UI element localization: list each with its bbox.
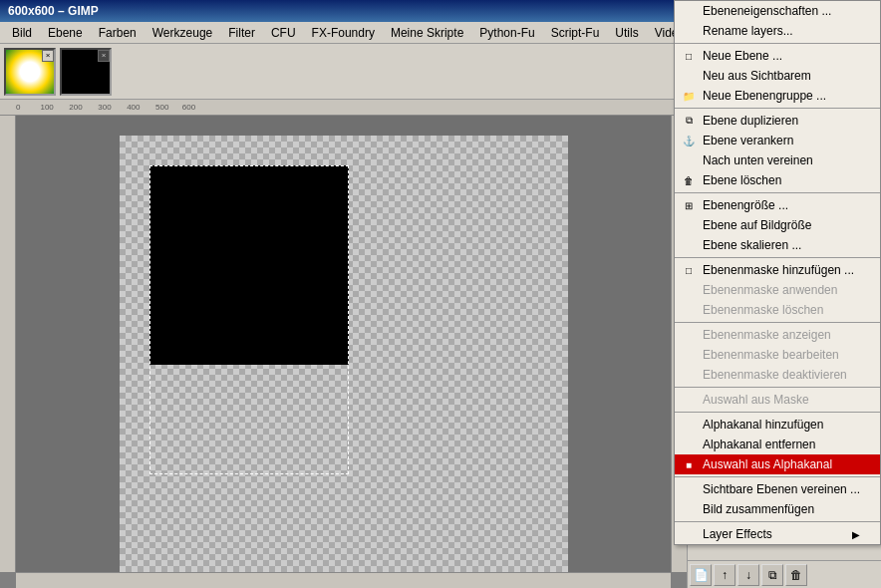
ctx-ebene-loeschen[interactable]: 🗑 Ebene löschen — [675, 170, 880, 190]
ctx-ebenengroesse[interactable]: ⊞ Ebenengröße ... — [675, 195, 880, 215]
black-rectangle — [149, 165, 349, 365]
ctx-neu-aus-sichtbarem[interactable]: Neu aus Sichtbarem — [675, 66, 880, 86]
delete-layer-button[interactable]: 🗑 — [785, 564, 807, 586]
ctx-nach-unten-vereinen[interactable]: Nach unten vereinen — [675, 150, 880, 170]
ctx-neue-ebene[interactable]: □ Neue Ebene ... — [675, 46, 880, 66]
ctx-rename-layers[interactable]: Rename layers... — [675, 21, 880, 41]
preview-close-black[interactable]: × — [98, 50, 110, 62]
ctx-ebene-skalieren[interactable]: Ebene skalieren ... — [675, 235, 880, 255]
menu-python-fu[interactable]: Python-Fu — [471, 24, 542, 42]
ruler-horizontal: 0 100 200 300 400 500 600 — [0, 100, 687, 116]
ctx-ebenenmaske-hinzufuegen[interactable]: □ Ebenenmaske hinzufügen ... — [675, 260, 880, 280]
menu-utils[interactable]: Utils — [607, 24, 646, 42]
canvas-area: 0 100 200 300 400 500 600 — [0, 100, 687, 588]
ctx-ebenenmaske-anzeigen: Ebenenmaske anzeigen — [675, 325, 880, 345]
ctx-sep-1 — [675, 43, 880, 44]
ctx-ebene-duplizieren[interactable]: ⧉ Ebene duplizieren — [675, 111, 880, 131]
ctx-ebene-verankern[interactable]: ⚓ Ebene verankern — [675, 131, 880, 150]
context-menu: Ebeneneigenschaften ... Rename layers...… — [674, 0, 881, 545]
menu-meine-skripte[interactable]: Meine Skripte — [383, 24, 471, 42]
ctx-sep-8 — [675, 476, 880, 477]
menu-script-fu[interactable]: Script-Fu — [543, 24, 608, 42]
ctx-layer-effects[interactable]: Layer Effects ▶ — [675, 524, 880, 544]
image-preview-flower: × — [4, 48, 56, 96]
menu-filter[interactable]: Filter — [220, 24, 263, 42]
ctx-auswahl-aus-alphakanal[interactable]: ■ Auswahl aus Alphakanal — [675, 454, 880, 474]
scrollbar-horizontal[interactable] — [16, 572, 671, 588]
ruler-vertical — [0, 116, 16, 572]
layers-bottom-toolbar: 📄 ↑ ↓ ⧉ 🗑 — [688, 560, 881, 588]
ctx-alphakanal-hinzufuegen[interactable]: Alphakanal hinzufügen — [675, 415, 880, 435]
ctx-ebenenmaske-loeschen: Ebenenmaske löschen — [675, 300, 880, 320]
canvas — [120, 136, 568, 572]
ctx-sep-5 — [675, 322, 880, 323]
ctx-ebene-auf-bildgroesse[interactable]: Ebene auf Bildgröße — [675, 215, 880, 235]
ctx-sep-9 — [675, 521, 880, 522]
layer-effects-arrow: ▶ — [852, 529, 860, 540]
duplicate-layer-button[interactable]: ⧉ — [761, 564, 783, 586]
ctx-sep-3 — [675, 192, 880, 193]
ctx-sep-4 — [675, 257, 880, 258]
menu-werkzeuge[interactable]: Werkzeuge — [145, 24, 220, 42]
image-preview-black: × — [60, 48, 112, 96]
ctx-ebeneneigenschaften[interactable]: Ebeneneigenschaften ... — [675, 1, 880, 21]
ctx-auswahl-aus-maske: Auswahl aus Maske — [675, 390, 880, 410]
ctx-sep-7 — [675, 412, 880, 413]
ctx-ebenenmaske-anwenden: Ebenenmaske anwenden — [675, 280, 880, 300]
ctx-neue-ebenengruppe[interactable]: 📁 Neue Ebenengruppe ... — [675, 86, 880, 106]
new-layer-button[interactable]: 📄 — [690, 564, 712, 586]
ctx-bild-zusammenfuegen[interactable]: Bild zusammenfügen — [675, 499, 880, 519]
ctx-sep-2 — [675, 108, 880, 109]
canvas-scroll-area[interactable] — [16, 116, 671, 572]
ctx-sichtbare-ebenen-vereinen[interactable]: Sichtbare Ebenen vereinen ... — [675, 479, 880, 499]
ctx-alphakanal-entfernen[interactable]: Alphakanal entfernen — [675, 435, 880, 454]
ctx-ebenenmaske-bearbeiten: Ebenenmaske bearbeiten — [675, 345, 880, 365]
lower-layer-button[interactable]: ↓ — [737, 564, 759, 586]
menu-fx-foundry[interactable]: FX-Foundry — [304, 24, 383, 42]
raise-layer-button[interactable]: ↑ — [714, 564, 735, 586]
menu-cfu[interactable]: CFU — [263, 24, 304, 42]
menu-farben[interactable]: Farben — [91, 24, 145, 42]
preview-close-flower[interactable]: × — [42, 50, 54, 62]
ctx-ebenenmaske-deaktivieren: Ebenenmaske deaktivieren — [675, 365, 880, 385]
menu-ebene[interactable]: Ebene — [40, 24, 91, 42]
window-title: 600x600 – GIMP — [8, 4, 99, 18]
menu-bild[interactable]: Bild — [4, 24, 40, 42]
ctx-sep-6 — [675, 387, 880, 388]
